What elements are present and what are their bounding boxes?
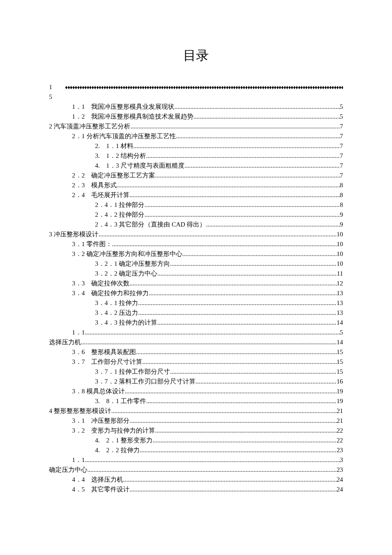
toc-entry: 3．4 确定拉伸力和拉伸力13 [49,288,343,298]
table-of-contents: 1 51．1 我国冲压整形模具业发展现状 51．2 我国冲压整形模具制造技术发展… [49,82,343,494]
toc-page-number: 24 [337,485,343,494]
toc-label: 4. 1．3 尺寸精度与表面粗糙度 [95,161,184,171]
toc-leader-dots [193,112,340,122]
toc-leader-dots [98,230,337,239]
toc-page-number: 13 [337,298,343,308]
toc-leader-dots [196,377,337,386]
toc-entry: 2．2 确定冲压整形工艺方案 7 [49,171,343,180]
toc-label: 2．4．2 拉伸部分 [95,210,144,220]
toc-page-number: 15 [337,347,343,357]
toc-page-number: 22 [337,426,343,436]
toc-entry: 1．1 3 [49,455,343,465]
toc-entry: 3．7．1 拉伸工作部分尺寸 15 [49,367,343,377]
toc-page-number: 10 [337,249,343,259]
toc-entry: 3．2．2 确定压力中心 11 [49,269,343,279]
toc-leader-dots [144,200,340,210]
toc-label: 3．4．1 拉伸力 [95,298,138,308]
toc-page-number: 22 [337,436,343,445]
toc-page-number: 3 [340,455,343,465]
toc-entry: 3．1 零件图： 10 [49,239,343,249]
toc-entry: 5 [49,92,343,102]
toc-label: 3．2．1 确定冲压整形方向 [95,259,170,269]
toc-page-number: 13 [337,308,343,318]
toc-label: 选择压力机 [49,337,81,347]
toc-label: 2．2 确定冲压整形工艺方案 [72,171,155,180]
toc-entry: 3．6 整形模具装配图15 [49,347,343,357]
toc-label: 3．1 冲压整形部分 [72,416,130,426]
toc-page-number: 11 [337,269,343,279]
toc-page-number: 7 [340,161,343,171]
toc-label: 3．7．2 落料工作刃口部分尺寸计算 [95,377,196,386]
toc-leader-dots [130,485,337,494]
toc-page-number: 14 [337,318,343,328]
toc-page-number: 10 [337,230,343,239]
toc-page-number: 13 [337,288,343,298]
toc-label: 2．3 模具形式 [72,180,117,190]
toc-label: 1．1 [72,455,85,465]
toc-entry: 4．5 其它零件设计24 [49,485,343,494]
toc-entry: 3．3 确定拉伸次数12 [49,279,343,288]
toc-label: 3．2．2 确定压力中心 [95,269,157,279]
toc-page-number: 15 [337,367,343,377]
toc-entry: 3．4．2 压边力 13 [49,308,343,318]
toc-entry: 4. 2．1 整形变形力 22 [49,436,343,445]
toc-label: 2．4．1 拉伸部分 [95,200,144,210]
toc-entry: 3．8 模具总体设计 19 [49,386,343,396]
toc-page-number: 24 [337,475,343,485]
toc-leader-dots [155,426,337,436]
toc-leader-dots [206,220,340,230]
toc-label: 3. 8．1 工作零件 [95,396,146,406]
toc-entry: 4 整形整形整形模设计21 [49,406,343,416]
toc-leader-dots [87,465,337,475]
toc-leader-dots [138,298,337,308]
toc-page-number: 19 [337,386,343,396]
toc-page-number: 21 [337,406,343,416]
toc-label: 1．1 我国冲压整形模具业发展现状 [72,102,174,112]
toc-entry: 3．7．2 落料工作刃口部分尺寸计算 16 [49,377,343,386]
toc-label: 4．5 其它零件设计 [72,485,130,494]
toc-page-number: 19 [337,396,343,406]
toc-page-number: 21 [337,416,343,426]
toc-page-number: 7 [340,131,343,141]
toc-entry: 3．4．3 拉伸力的计算 14 [49,318,343,328]
toc-leader-dots [153,436,337,445]
toc-page-number: 16 [337,377,343,386]
toc-label: 2．1 分析汽车顶盖的冲压整形工艺性 [72,131,176,141]
toc-leader-dots [174,102,340,112]
toc-leader-dots [138,308,337,318]
toc-leader-dots [184,161,340,171]
toc-leader-dots [85,328,340,337]
toc-leader-dots [176,131,340,141]
toc-label: 4．4 选择压力机 [72,475,123,485]
toc-leader-dots [130,416,337,426]
toc-label: 3．2 确定冲压整形方向和冲压整形中心 [72,249,182,259]
toc-page-number: 10 [337,259,343,269]
toc-label: 3．3 确定拉伸次数 [72,279,130,288]
toc-label: 3．7 工作部分尺寸计算 [72,357,142,367]
toc-label: 4 整形整形整形模设计 [49,406,111,416]
toc-entry: 3．7 工作部分尺寸计算15 [49,357,343,367]
toc-leader-dots [130,279,337,288]
toc-page-number: 8 [340,180,343,190]
toc-page-number: 12 [337,279,343,288]
toc-page-number: 5 [340,102,343,112]
toc-label: 4. 2．2 拉伸力 [95,445,140,455]
toc-entry: 1．2 我国冲压整形模具制造技术发展趋势 5 [49,112,343,122]
toc-label: 3．2 变形力与拉伸力的计算 [72,426,155,436]
toc-entry: 2 汽车顶盖冲压整形工艺分析7 [49,122,343,131]
toc-leader-dots [182,249,337,259]
toc-entry: 2．4．1 拉伸部分 8 [49,200,343,210]
toc-leader-dots [170,367,337,377]
toc-leader-dots [136,347,337,357]
toc-entry: 1．1 5 [49,328,343,337]
toc-entry: 1 [49,82,343,92]
toc-leader-dots [157,318,337,328]
toc-leader-dots [140,445,337,455]
toc-page-number: 9 [340,220,343,230]
toc-entry: 3．4．1 拉伸力 13 [49,298,343,308]
toc-entry: 2．3 模具形式 8 [49,180,343,190]
toc-entry: 2. 1．1 材料 7 [49,141,343,151]
toc-entry: 3 冲压整形模设计10 [49,230,343,239]
toc-leader-dots [157,269,337,279]
toc-leader-dots [130,190,340,200]
